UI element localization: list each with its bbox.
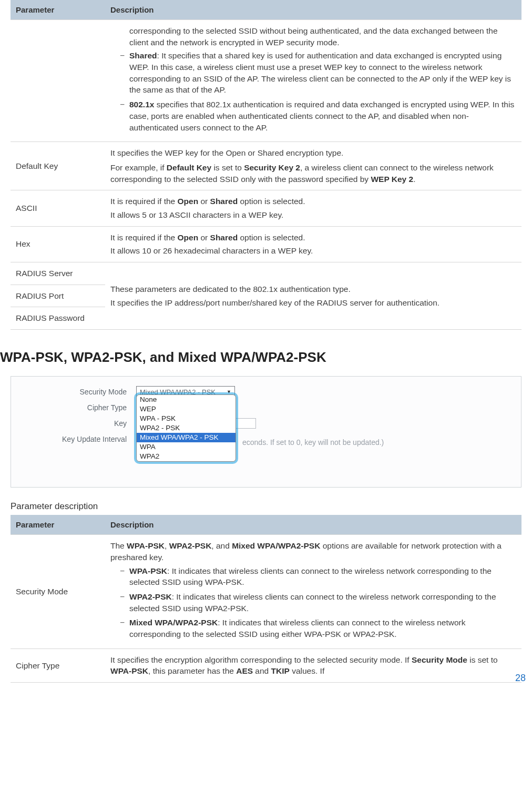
parameter-table-1: Parameter Description corresponding to t… xyxy=(11,0,521,330)
li-wpa-psk: WPA-PSK: It indicates that wireless clie… xyxy=(129,565,516,588)
param-radius-password: RADIUS Password xyxy=(11,307,105,330)
param-empty xyxy=(11,20,105,142)
parameter-table-2: Parameter Description Security Mode The … xyxy=(11,515,521,683)
label-cipher-type: Cipher Type xyxy=(32,403,136,413)
table2-caption: Parameter description xyxy=(11,500,521,513)
dd-opt-none[interactable]: None xyxy=(137,395,236,404)
param-radius-port: RADIUS Port xyxy=(11,285,105,307)
li-mixed-psk: Mixed WPA/WPA2-PSK: It indicates that wi… xyxy=(129,617,516,640)
param-cipher-type: Cipher Type xyxy=(11,648,105,682)
label-key-update-interval: Key Update Interval xyxy=(32,434,136,445)
param-default-key: Default Key xyxy=(11,142,105,190)
dd-opt-wpa[interactable]: WPA xyxy=(137,442,236,452)
param-ascii: ASCII xyxy=(11,190,105,226)
page-number: 28 xyxy=(515,672,526,685)
desc-continued: corresponding to the selected SSID witho… xyxy=(105,20,521,142)
param-security-mode: Security Mode xyxy=(11,535,105,649)
th2-parameter: Parameter xyxy=(11,515,105,535)
hint-text: econds. If set to 0, key will not be upd… xyxy=(242,438,384,448)
li-shared: Shared: It specifies that a shared key i… xyxy=(129,50,516,96)
th-parameter: Parameter xyxy=(11,0,105,20)
label-security-mode: Security Mode xyxy=(32,387,136,398)
screenshot-panel: Security Mode Mixed WPA/WPA2 - PSK Ciphe… xyxy=(11,376,521,488)
section-heading: WPA-PSK, WPA2-PSK, and Mixed WPA/WPA2-PS… xyxy=(0,348,521,367)
desc-ascii: It is required if the Open or Shared opt… xyxy=(105,190,521,226)
dd-opt-wpa2[interactable]: WPA2 xyxy=(137,452,236,461)
li-8021x: 802.1x specifies that 802.1x authenticat… xyxy=(129,99,516,133)
desc-default-key: It specifies the WEP key for the Open or… xyxy=(105,142,521,190)
param-radius-server: RADIUS Server xyxy=(11,262,105,285)
dd-opt-wpa-psk[interactable]: WPA - PSK xyxy=(137,414,236,423)
desc-cipher-type: It specifies the encryption algorithm co… xyxy=(105,648,521,682)
dd-opt-wpa2-psk[interactable]: WPA2 - PSK xyxy=(137,423,236,433)
th2-description: Description xyxy=(105,515,521,535)
label-key: Key xyxy=(32,419,136,429)
desc-security-mode: The WPA-PSK, WPA2-PSK, and Mixed WPA/WPA… xyxy=(105,535,521,649)
param-hex: Hex xyxy=(11,226,105,262)
dd-opt-wep[interactable]: WEP xyxy=(137,404,236,414)
desc-hex: It is required if the Open or Shared opt… xyxy=(105,226,521,262)
dd-opt-mixed[interactable]: Mixed WPA/WPA2 - PSK xyxy=(137,433,236,442)
desc-radius: These parameters are dedicated to the 80… xyxy=(105,262,521,330)
security-mode-dropdown[interactable]: None WEP WPA - PSK WPA2 - PSK Mixed WPA/… xyxy=(136,394,236,462)
li-wpa2-psk: WPA2-PSK: It indicates that wireless cli… xyxy=(129,591,516,614)
th-description: Description xyxy=(105,0,521,20)
